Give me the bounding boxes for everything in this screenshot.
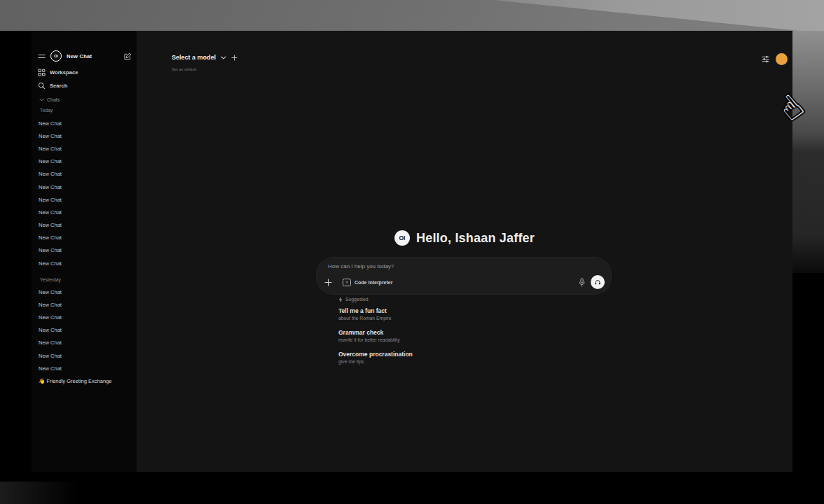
greeting-text: Hello, Ishaan Jaffer <box>416 231 535 246</box>
chevron-down-icon <box>39 98 44 102</box>
microphone-icon[interactable] <box>579 278 585 287</box>
user-avatar[interactable] <box>776 53 788 65</box>
suggested-prompt-title: Overcome procrastination <box>338 351 591 358</box>
suggested-prompt[interactable]: Overcome procrastination give me tips <box>338 351 591 365</box>
attach-plus-icon[interactable] <box>324 279 332 286</box>
suggested-prompts: Suggested Tell me a fun fact about the R… <box>338 296 591 372</box>
chat-list-yesterday: New Chat New Chat New Chat New Chat New … <box>32 286 137 374</box>
section-label-yesterday: Yesterday <box>40 277 61 282</box>
chat-list-item[interactable]: New Chat <box>32 168 137 181</box>
suggested-prompt[interactable]: Grammar check rewrite it for better read… <box>338 329 591 343</box>
chat-list-item[interactable]: New Chat <box>32 206 137 218</box>
app-logo: OI <box>50 50 62 62</box>
suggested-prompt-title: Tell me a fun fact <box>338 307 591 315</box>
app-logo: OI <box>394 230 410 246</box>
new-chat-pencil-icon[interactable] <box>124 52 132 60</box>
chat-list-item[interactable]: New Chat <box>32 219 137 232</box>
suggested-prompt[interactable]: Tell me a fun fact about the Roman Empir… <box>338 307 591 321</box>
workspace-grid-icon <box>38 69 46 76</box>
sidebar-item-workspace[interactable]: Workspace <box>38 69 78 76</box>
set-as-default-link[interactable]: Set as default <box>172 67 196 71</box>
main-area: Select a model Set as default OI Hello, … <box>137 31 792 472</box>
sidebar-new-chat-title: New Chat <box>67 53 92 59</box>
sidebar-toggle-icon[interactable] <box>38 53 46 59</box>
chat-list-item[interactable]: New Chat <box>32 337 137 349</box>
sidebar-header: OI New Chat <box>38 50 132 62</box>
section-label-today: Today <box>40 108 53 113</box>
suggested-prompt-subtitle: give me tips <box>338 358 591 365</box>
sidebar-chats-collapse[interactable]: Chats <box>39 97 60 102</box>
code-interpreter-label: Code Interpreter <box>355 280 392 285</box>
chat-list-item[interactable]: New Chat <box>32 349 137 362</box>
chat-list-today: New Chat New Chat New Chat New Chat New … <box>32 117 137 270</box>
suggested-label: Suggested <box>345 297 369 302</box>
voice-call-button[interactable] <box>591 275 605 289</box>
chat-list-item[interactable]: New Chat <box>32 286 137 298</box>
greeting-block: OI Hello, Ishaan Jaffer <box>137 230 792 246</box>
chats-label: Chats <box>47 97 60 102</box>
add-model-plus-icon[interactable] <box>231 55 238 61</box>
chat-list-item[interactable]: New Chat <box>32 298 137 311</box>
chat-list-item[interactable]: New Chat <box>32 130 137 142</box>
chat-list-item-friendly-greeting[interactable]: 👋 Friendly Greeting Exchange <box>32 374 137 387</box>
message-input[interactable] <box>327 262 601 270</box>
chat-list-item[interactable]: New Chat <box>32 117 137 130</box>
bolt-icon <box>338 297 343 302</box>
suggested-list: Tell me a fun fact about the Roman Empir… <box>338 307 591 365</box>
topbar-actions <box>762 53 788 65</box>
chat-list-item[interactable]: New Chat <box>32 362 137 374</box>
search-label: Search <box>50 83 67 89</box>
chat-list-item[interactable]: New Chat <box>32 155 137 168</box>
sidebar-item-search[interactable]: Search <box>38 82 67 90</box>
chat-list-item[interactable]: New Chat <box>32 311 137 323</box>
chat-list-item[interactable]: New Chat <box>32 181 137 193</box>
sidebar: OI New Chat Workspace Search Chats Today <box>32 31 137 472</box>
composer-toolbar: > Code Interpreter <box>324 275 605 289</box>
suggested-prompt-title: Grammar check <box>338 329 591 337</box>
chat-list-item[interactable]: New Chat <box>32 244 137 257</box>
terminal-icon: > <box>343 279 351 286</box>
chat-list-item[interactable]: New Chat <box>32 193 137 206</box>
search-icon <box>38 82 46 90</box>
chat-list-item[interactable]: New Chat <box>32 142 137 155</box>
workspace-label: Workspace <box>50 69 78 76</box>
message-composer: > Code Interpreter <box>317 258 611 294</box>
suggested-header: Suggested <box>338 296 591 302</box>
desktop-background-right <box>792 31 824 273</box>
chevron-down-icon <box>221 56 226 59</box>
controls-sliders-icon[interactable] <box>762 55 769 63</box>
chat-list-item[interactable]: New Chat <box>32 257 137 270</box>
model-selector[interactable]: Select a model <box>172 54 238 61</box>
code-interpreter-toggle[interactable]: > Code Interpreter <box>343 279 392 286</box>
suggested-prompt-subtitle: about the Roman Empire <box>338 315 591 321</box>
chat-list-item[interactable]: New Chat <box>32 324 137 337</box>
chat-list-item[interactable]: New Chat <box>32 232 137 244</box>
desktop-background-bottom-left <box>0 482 77 504</box>
model-selector-label: Select a model <box>172 54 216 61</box>
app-window: OI New Chat Workspace Search Chats Today <box>32 31 792 472</box>
suggested-prompt-subtitle: rewrite it for better readability <box>338 337 591 343</box>
